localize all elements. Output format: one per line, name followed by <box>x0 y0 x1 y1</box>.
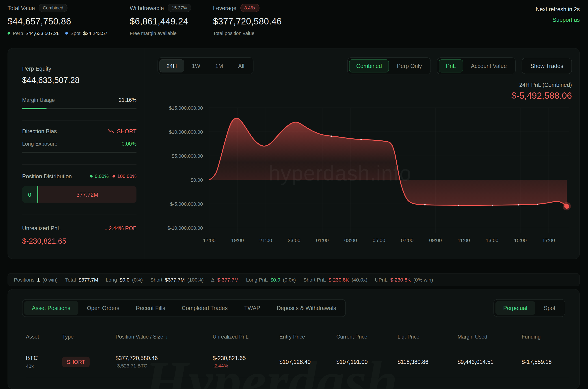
long-dot-icon <box>90 175 92 178</box>
summary-value: $377.7M <box>165 277 185 282</box>
summary-total: Total $377.7M <box>65 277 98 282</box>
trend-down-icon <box>108 129 114 133</box>
summary-delta: Δ $-377.7M <box>211 277 238 282</box>
chart-title: 24H PnL (Combined) <box>511 81 572 88</box>
position-distribution-bar: 0 377.72M <box>22 186 137 203</box>
summary-value: 1 <box>37 277 40 282</box>
spot-dot-icon <box>65 32 68 34</box>
direction-bias-label: Direction Bias <box>22 128 57 134</box>
column-header-asset[interactable]: Asset <box>26 334 62 340</box>
spot-label: Spot <box>70 31 81 36</box>
column-header-current-price[interactable]: Current Price <box>336 334 397 340</box>
summary-label: Short PnL <box>303 277 326 282</box>
summary-value: $-377.7M <box>217 277 238 282</box>
column-header-position-value[interactable]: Position Value / Size ↓ <box>115 334 212 340</box>
equity-sidebar: Perp Equity $44,633,507.28 Margin Usage … <box>8 48 144 259</box>
svg-text:21:00: 21:00 <box>259 238 272 243</box>
tab-recent-fills[interactable]: Recent Fills <box>128 301 173 315</box>
summary-label: Short <box>150 277 163 282</box>
tab-open-orders[interactable]: Open Orders <box>79 301 127 315</box>
range-1w-button[interactable]: 1W <box>185 59 207 72</box>
toggle-spot[interactable]: Spot <box>536 301 563 315</box>
equity-chart-card: Perp Equity $44,633,507.28 Margin Usage … <box>7 48 580 259</box>
perp-dot-icon <box>7 32 10 34</box>
svg-text:07:00: 07:00 <box>401 238 414 243</box>
divider <box>22 164 137 165</box>
dist-long-pct: 0.00% <box>95 173 109 179</box>
summary-value: $-230.8K <box>329 277 349 282</box>
position-distribution-label: Position Distribution <box>22 173 72 179</box>
summary-extra: (0%) <box>132 277 143 282</box>
mode-perp-only-button[interactable]: Perp Only <box>390 59 429 72</box>
toggle-perpetual[interactable]: Perpetual <box>496 301 535 315</box>
row-unrealized-pnl: $-230,821.65 <box>213 355 280 361</box>
divider <box>22 214 137 214</box>
position-size: -3,523.71 BTC <box>115 363 212 369</box>
column-header-liq-price[interactable]: Liq. Price <box>397 334 458 340</box>
leverage-label: Leverage <box>213 5 237 11</box>
dist-long-segment: 0 <box>22 186 37 203</box>
show-trades-button[interactable]: Show Trades <box>522 58 572 74</box>
combined-badge: Combined <box>39 4 67 12</box>
column-header-funding[interactable]: Funding <box>522 334 569 340</box>
position-row-btc[interactable]: BTC 40x SHORT $377,720,580.46 -3,523.71 … <box>26 347 569 377</box>
range-1m-button[interactable]: 1M <box>208 59 230 72</box>
summary-value: $377.7M <box>79 277 98 282</box>
row-margin-used: $9,443,014.51 <box>458 358 522 365</box>
range-all-button[interactable]: All <box>231 59 252 72</box>
row-unrealized-pnl-pct: -2.44% <box>213 363 280 369</box>
summary-extra: (0.0x) <box>283 277 296 282</box>
pnl-chart[interactable]: $15,000,000.00$10,000,000.00$5,000,000.0… <box>158 102 573 245</box>
tab-asset-positions[interactable]: Asset Positions <box>24 301 78 315</box>
summary-label: Δ <box>211 277 214 282</box>
summary-extra: (0 win) <box>43 277 58 282</box>
top-bar: Total Value Combined $44,657,750.86 Perp… <box>7 4 580 41</box>
positions-summary-bar: Positions 1 (0 win) Total $377.7M Long $… <box>7 273 580 286</box>
tab-deposits-withdrawals[interactable]: Deposits & Withdrawals <box>269 301 344 315</box>
long-exposure-label: Long Exposure <box>22 141 57 147</box>
tab-twap[interactable]: TWAP <box>236 301 268 315</box>
svg-text:17:00: 17:00 <box>203 238 216 243</box>
support-us-link[interactable]: Support us <box>553 17 580 23</box>
time-range-group: 24H 1W 1M All <box>158 57 253 74</box>
row-current-price: $107,191.00 <box>336 358 397 365</box>
svg-text:05:00: 05:00 <box>373 238 385 243</box>
summary-short: Short $377.7M (100%) <box>150 277 204 282</box>
withdrawable-pct-badge: 15.37% <box>168 4 191 12</box>
svg-text:$15,000,000.00: $15,000,000.00 <box>169 105 203 111</box>
column-header-label: Position Value / Size <box>115 334 163 340</box>
view-account-value-button[interactable]: Account Value <box>464 59 514 72</box>
summary-label: Long <box>106 277 117 282</box>
mode-group: Combined Perp Only <box>347 57 431 74</box>
tab-completed-trades[interactable]: Completed Trades <box>174 301 235 315</box>
asset-symbol: BTC <box>26 355 62 361</box>
total-value-block: Total Value Combined $44,657,750.86 Perp… <box>7 4 107 36</box>
column-header-entry-price[interactable]: Entry Price <box>280 334 336 340</box>
leverage-sub: Total position value <box>213 31 254 36</box>
mode-combined-button[interactable]: Combined <box>349 59 389 72</box>
column-header-type[interactable]: Type <box>62 334 116 340</box>
sort-desc-icon: ↓ <box>166 334 168 340</box>
svg-text:19:00: 19:00 <box>231 238 244 243</box>
spot-value: $24,243.57 <box>83 31 108 36</box>
short-dot-icon <box>112 175 115 178</box>
perp-equity-value: $44,633,507.28 <box>22 75 137 85</box>
dashboard: Total Value Combined $44,657,750.86 Perp… <box>0 0 588 389</box>
range-24h-button[interactable]: 24H <box>159 59 184 72</box>
svg-text:$5,000,000.00: $5,000,000.00 <box>172 153 203 159</box>
total-value-label: Total Value <box>7 5 35 11</box>
summary-extra: (40.0x) <box>352 277 367 282</box>
dist-short-pct: 100.00% <box>117 173 137 179</box>
long-exposure-bar <box>22 152 137 153</box>
column-header-margin-used[interactable]: Margin Used <box>458 334 522 340</box>
row-liq-price: $118,380.86 <box>397 358 458 365</box>
column-header-unrealized-pnl[interactable]: Unrealized PnL <box>213 334 280 340</box>
summary-value: $-230.8K <box>390 277 411 282</box>
chart-region: 24H 1W 1M All Combined Perp Only PnL Acc… <box>158 48 580 259</box>
view-pnl-button[interactable]: PnL <box>439 59 463 72</box>
withdrawable-value: $6,861,449.24 <box>130 16 191 27</box>
asset-leverage: 40x <box>26 363 62 369</box>
summary-label: Total <box>65 277 76 282</box>
refresh-countdown: Next refresh in 2s <box>535 6 580 12</box>
summary-label: Positions <box>14 277 34 282</box>
